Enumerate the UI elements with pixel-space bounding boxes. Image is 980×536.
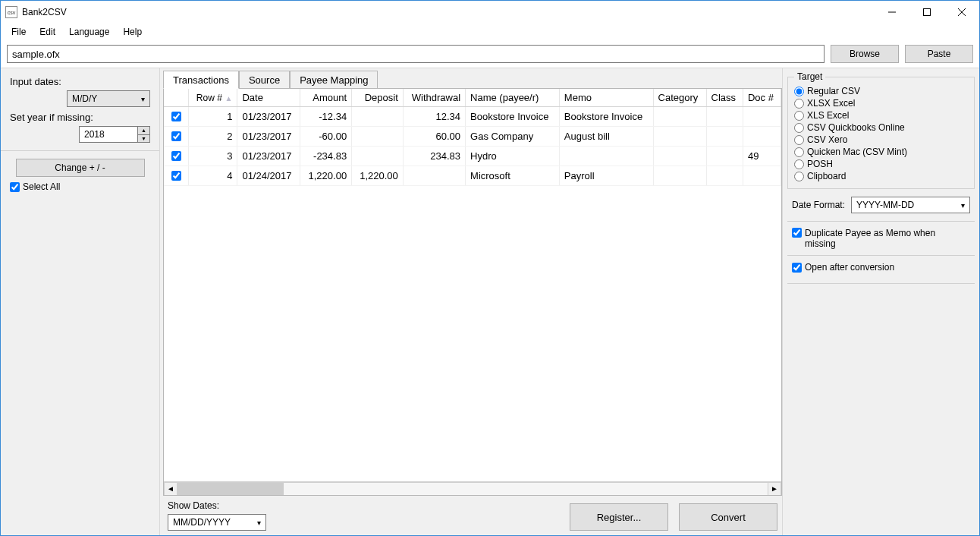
row-checkbox[interactable] — [164, 107, 189, 127]
target-quicken-mac[interactable]: Quicken Mac (CSV Mint) — [794, 146, 968, 158]
cell-amount: 1,220.00 — [300, 166, 352, 186]
date-format-label: Date Format: — [792, 200, 845, 210]
tabstrip: Transactions Source Payee Mapping — [163, 70, 782, 88]
row-checkbox[interactable] — [164, 127, 189, 147]
browse-button[interactable]: Browse — [831, 45, 899, 63]
horizontal-scrollbar[interactable]: ◄ ► — [164, 481, 781, 495]
divider — [1, 150, 159, 151]
center-pane: Transactions Source Payee Mapping Row # … — [160, 68, 782, 535]
target-posh[interactable]: POSH — [794, 158, 968, 170]
col-withdrawal[interactable]: Withdrawal — [403, 89, 465, 107]
table-row[interactable]: 201/23/2017-60.0060.00Gas CompanyAugust … — [164, 127, 781, 147]
cell-class — [706, 127, 743, 147]
input-dates-combo[interactable]: M/D/Y ▾ — [67, 90, 150, 107]
cell-class — [706, 166, 743, 186]
cell-memo: Bookstore Invoice — [559, 107, 653, 127]
titlebar: csv Bank2CSV — [1, 1, 979, 24]
convert-button[interactable]: Convert — [679, 503, 777, 531]
input-dates-value: M/D/Y — [72, 93, 97, 104]
register-button[interactable]: Register... — [570, 503, 668, 531]
cell-row: 1 — [189, 107, 237, 127]
target-legend: Target — [794, 71, 825, 82]
date-format-value: YYYY-MM-DD — [856, 200, 914, 210]
select-all-checkbox[interactable]: Select All — [10, 181, 150, 192]
minimize-button[interactable] — [875, 1, 909, 24]
bottom-row: Show Dates: MM/DD/YYYY ▾ Register... Con… — [163, 496, 782, 535]
scroll-thumb[interactable] — [177, 483, 284, 495]
app-icon: csv — [5, 6, 17, 18]
maximize-button[interactable] — [909, 1, 944, 24]
duplicate-payee-checkbox[interactable]: Duplicate Payee as Memo when missing — [792, 228, 970, 249]
col-name[interactable]: Name (payee/r) — [466, 89, 560, 107]
tab-payee-mapping[interactable]: Payee Mapping — [290, 71, 378, 89]
col-amount[interactable]: Amount — [300, 89, 352, 107]
scroll-right-icon[interactable]: ► — [768, 482, 781, 496]
target-group: Target Regular CSV XLSX Excel XLS Excel … — [787, 71, 975, 189]
set-year-label: Set year if missing: — [10, 112, 150, 123]
menu-help[interactable]: Help — [117, 25, 148, 39]
col-category[interactable]: Category — [653, 89, 706, 107]
cell-deposit — [352, 107, 404, 127]
col-class[interactable]: Class — [706, 89, 743, 107]
col-deposit[interactable]: Deposit — [352, 89, 404, 107]
cell-deposit: 1,220.00 — [352, 166, 404, 186]
cell-class — [706, 107, 743, 127]
change-sign-button[interactable]: Change + / - — [16, 159, 145, 177]
target-xlsx[interactable]: XLSX Excel — [794, 97, 968, 109]
file-path-input[interactable] — [7, 45, 825, 63]
menu-file[interactable]: File — [5, 25, 32, 39]
cell-name: Microsoft — [466, 166, 560, 186]
cell-name: Hydro — [466, 147, 560, 166]
cell-name: Bookstore Invoice — [466, 107, 560, 127]
chevron-down-icon: ▾ — [257, 519, 261, 527]
cell-withdrawal — [403, 166, 465, 186]
cell-doc — [743, 107, 781, 127]
table-row[interactable]: 301/23/2017-234.83234.83Hydro49 — [164, 147, 781, 166]
cell-category — [653, 147, 706, 166]
col-date[interactable]: Date — [237, 89, 300, 107]
col-row[interactable]: Row # ▲ — [189, 89, 237, 107]
date-format-combo[interactable]: YYYY-MM-DD ▾ — [851, 197, 970, 213]
cell-category — [653, 166, 706, 186]
paste-button[interactable]: Paste — [905, 45, 973, 63]
row-checkbox[interactable] — [164, 166, 189, 186]
cell-date: 01/23/2017 — [237, 107, 300, 127]
cell-memo — [559, 147, 653, 166]
close-button[interactable] — [944, 1, 979, 24]
set-year-spinbox[interactable]: 2018 ▲▼ — [79, 126, 150, 143]
col-memo[interactable]: Memo — [559, 89, 653, 107]
col-doc[interactable]: Doc # — [743, 89, 781, 107]
cell-date: 01/23/2017 — [237, 147, 300, 166]
menu-language[interactable]: Language — [63, 25, 115, 39]
target-regular-csv[interactable]: Regular CSV — [794, 85, 968, 97]
scroll-left-icon[interactable]: ◄ — [164, 482, 177, 496]
target-xls[interactable]: XLS Excel — [794, 109, 968, 121]
cell-amount: -234.83 — [300, 147, 352, 166]
table-row[interactable]: 401/24/20171,220.001,220.00MicrosoftPayr… — [164, 166, 781, 186]
tab-transactions[interactable]: Transactions — [163, 71, 239, 89]
row-checkbox[interactable] — [164, 147, 189, 166]
spin-buttons[interactable]: ▲▼ — [137, 127, 149, 142]
select-all-input[interactable] — [10, 182, 20, 192]
cell-category — [653, 107, 706, 127]
show-dates-combo[interactable]: MM/DD/YYYY ▾ — [168, 514, 266, 531]
cell-doc — [743, 127, 781, 147]
target-csv-quickbooks[interactable]: CSV Quickbooks Online — [794, 121, 968, 134]
input-dates-label: Input dates: — [10, 76, 150, 87]
cell-name: Gas Company — [466, 127, 560, 147]
target-clipboard[interactable]: Clipboard — [794, 170, 968, 182]
target-csv-xero[interactable]: CSV Xero — [794, 134, 968, 146]
scroll-track[interactable] — [177, 482, 768, 496]
menu-edit[interactable]: Edit — [33, 25, 61, 39]
table-row[interactable]: 101/23/2017-12.3412.34Bookstore InvoiceB… — [164, 107, 781, 127]
cell-withdrawal: 12.34 — [403, 107, 465, 127]
chevron-down-icon: ▾ — [961, 201, 965, 210]
cell-deposit — [352, 147, 404, 166]
show-dates-value: MM/DD/YYYY — [173, 517, 231, 528]
cell-class — [706, 147, 743, 166]
tab-source[interactable]: Source — [239, 71, 290, 89]
cell-date: 01/24/2017 — [237, 166, 300, 186]
chevron-down-icon: ▾ — [141, 95, 145, 103]
cell-doc: 49 — [743, 147, 781, 166]
open-after-checkbox[interactable]: Open after conversion — [792, 262, 970, 273]
